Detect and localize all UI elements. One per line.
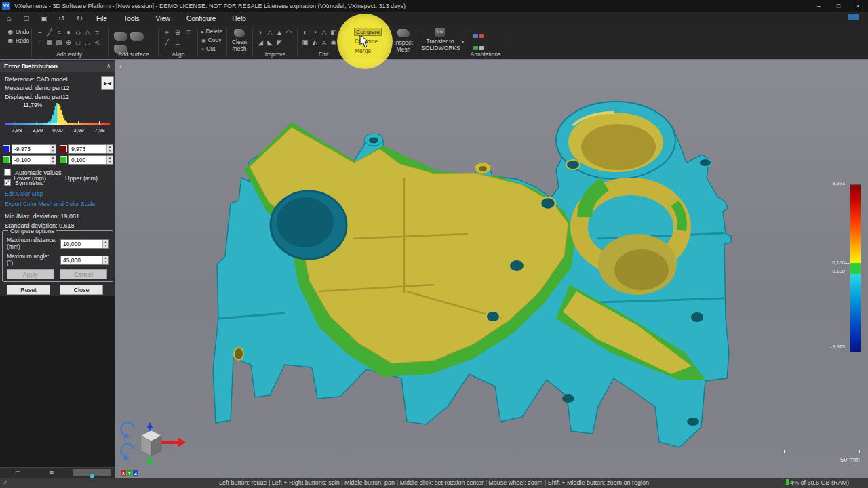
lower-min-field[interactable]: -9,973▲▼	[12, 144, 56, 154]
spinner-icon[interactable]: ▲▼	[106, 156, 113, 164]
tick-label: 7,98	[94, 127, 105, 134]
menu-view[interactable]: View	[147, 12, 178, 26]
displayed-label: Displayed: demo part12	[5, 94, 69, 100]
lower-inner-color-swatch[interactable]	[3, 156, 10, 163]
scale-label-lower: -0,100	[818, 268, 845, 274]
axis-labels: X Y Z	[121, 470, 138, 476]
symmetric-checkbox[interactable]: ✓	[4, 179, 11, 186]
upper-inner-field[interactable]: 0,100▲▼	[68, 155, 113, 165]
delete-icon: ▸	[201, 29, 204, 34]
upper-mm-label: Upper (mm)	[65, 175, 98, 182]
annotations-icons[interactable]	[473, 28, 500, 53]
mouse-cursor	[359, 34, 370, 49]
spinner-icon[interactable]: ▲▼	[106, 145, 113, 153]
tree-view-icon[interactable]: ⊢	[15, 468, 20, 475]
spinner-icon[interactable]: ▲▼	[50, 145, 56, 153]
app-logo-icon: VX	[2, 2, 10, 10]
scale-bar-label: 50 mm	[784, 455, 860, 463]
max-distance-field[interactable]: 10,000▲▼	[60, 239, 109, 249]
import-session-icon[interactable]: ↺	[53, 12, 71, 26]
panel-view-switcher: ⊢ ≣	[0, 467, 115, 478]
lower-min-color-swatch[interactable]	[3, 145, 10, 152]
spinner-icon[interactable]: ▲▼	[102, 256, 108, 264]
undo-button[interactable]: Undo	[8, 28, 29, 35]
lower-inner-field[interactable]: -0,100▲▼	[12, 155, 56, 165]
menu-file[interactable]: File	[88, 12, 115, 26]
navigation-cube[interactable]	[119, 421, 187, 468]
transfer-solidworks-button[interactable]: S W Transfer to SOLIDWORKS	[421, 28, 459, 52]
export-session-icon[interactable]: ↻	[71, 12, 88, 26]
panel-empty-area	[0, 296, 115, 467]
tick-label: 3,99	[73, 127, 84, 134]
copy-button[interactable]: ▣Copy	[201, 37, 221, 43]
apply-button[interactable]: Apply	[7, 269, 54, 279]
minimize-button[interactable]: –	[809, 0, 829, 12]
close-panel-button[interactable]: Close	[60, 285, 103, 295]
automatic-values-checkbox[interactable]	[4, 169, 11, 176]
clean-mesh-button[interactable]: Clean mesh	[228, 28, 251, 52]
title-bar: VX VXelements - 3D Software Platform - […	[0, 0, 868, 12]
ram-usage: 4% of 60,6 GB (RAM)	[786, 479, 849, 486]
export-color-mesh-link[interactable]: Export Color Mesh and Color Scale	[5, 201, 95, 207]
transfer-dropdown-icon[interactable]: ▼	[460, 39, 465, 44]
inspect-mesh-icon	[397, 29, 410, 37]
status-bar: ✓ Left button: rotate | Left + Right but…	[0, 478, 868, 488]
maximize-button[interactable]: □	[829, 0, 848, 12]
scale-label-upper: 0,100	[818, 260, 845, 266]
reset-button[interactable]: Reset	[7, 285, 50, 295]
cut-icon: ×	[201, 47, 204, 52]
collapse-panel-icon[interactable]: ∧	[106, 61, 111, 72]
home-icon[interactable]: ⌂	[0, 12, 18, 26]
ribbon-toolbar: Undo Redo −╱○●◇△≈ ◜▦▤⊕□◡≺ Add entity Add…	[0, 26, 868, 60]
align-icons[interactable]: ⌖⊕◫ ╱⊥	[161, 27, 194, 47]
active-view-button[interactable]	[73, 469, 111, 476]
upper-max-field[interactable]: 9,973▲▼	[68, 144, 113, 154]
solidworks-icon: S W	[435, 28, 445, 37]
undo-icon	[8, 30, 13, 35]
max-distance-label: Maximum distance: (mm)	[7, 237, 56, 250]
max-angle-field[interactable]: 45,000▲▼	[60, 256, 109, 265]
automatic-values-label: Automatic values	[15, 169, 62, 176]
spinner-icon[interactable]: ▲▼	[102, 240, 108, 248]
menu-configure[interactable]: Configure	[178, 12, 224, 26]
close-button[interactable]: ×	[848, 0, 868, 12]
max-angle-label: Maximum angle: (°)	[7, 253, 49, 266]
panel-header[interactable]: Error Distribution ∧	[0, 61, 115, 72]
spinner-icon[interactable]: ▲▼	[50, 156, 56, 164]
menu-help[interactable]: Help	[224, 12, 254, 26]
color-scale	[850, 184, 861, 352]
upper-max-color-swatch[interactable]	[60, 145, 67, 152]
save-icon[interactable]: ▣	[35, 12, 53, 26]
3d-model-mesh[interactable]	[115, 60, 868, 478]
new-session-icon[interactable]: □	[18, 12, 35, 26]
scale-bar-line	[784, 450, 860, 453]
redo-icon	[8, 39, 13, 43]
improve-icons[interactable]: ◗△▲◠ ◢◣◤	[256, 27, 294, 47]
inspect-mesh-button[interactable]: Inspect Mesh	[389, 28, 418, 53]
group-label-annotations: Annotations	[468, 51, 503, 58]
compare-options-group: Compare options Maximum distance: (mm) 1…	[2, 230, 113, 282]
cancel-button[interactable]: Cancel	[60, 269, 107, 279]
menu-tools[interactable]: Tools	[115, 12, 147, 26]
add-entity-icons[interactable]: −╱○●◇△≈ ◜▦▤⊕□◡≺	[35, 27, 102, 47]
measured-label: Measured: demo part12	[5, 85, 70, 92]
group-label-add-surface: Add surface	[111, 51, 157, 58]
cut-button[interactable]: ×Cut	[201, 45, 215, 52]
axis-z-label: Z	[133, 470, 138, 476]
error-distribution-panel: Error Distribution ∧ Reference: CAD mode…	[0, 61, 115, 478]
play-pause-button[interactable]: ▶◀	[101, 76, 114, 90]
3d-viewport[interactable]: ‹	[115, 60, 868, 478]
delete-button[interactable]: ▸Delete	[201, 28, 222, 35]
edit-color-map-link[interactable]: Edit Color Map	[5, 190, 43, 197]
redo-button[interactable]: Redo	[8, 37, 29, 44]
panel-title: Error Distribution	[4, 62, 58, 70]
reference-label: Reference: CAD model	[5, 76, 68, 83]
feedback-icon[interactable]	[848, 14, 859, 20]
symmetric-label: Symmetric	[15, 180, 44, 186]
group-label-add-entity: Add entity	[35, 51, 103, 58]
clean-mesh-icon	[234, 29, 245, 37]
list-view-icon[interactable]: ≣	[49, 468, 54, 475]
window-title: VXelements - 3D Software Platform - [New…	[14, 3, 406, 9]
minmax-deviation-stat: Min./Max. deviation: 19,061	[5, 213, 79, 220]
upper-inner-color-swatch[interactable]	[60, 156, 67, 163]
